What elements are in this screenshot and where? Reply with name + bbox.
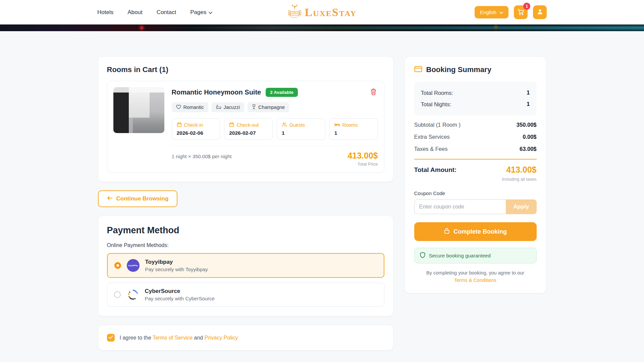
total-amount-value: 413.00$ (506, 165, 536, 175)
tag-champagne: Champagne (248, 102, 289, 112)
privacy-policy-link[interactable]: Privacy Policy (205, 335, 238, 341)
agree-checkbox[interactable] (107, 334, 115, 342)
radio-unselected[interactable] (114, 291, 121, 298)
main-content: Rooms in Cart (1) Romantic Honeymoon Sui… (98, 31, 546, 362)
bed-icon (334, 122, 340, 128)
room-photo (113, 87, 164, 133)
price-row: 1 night × 350.00$ per night 413.00$ Tota… (172, 146, 378, 167)
totals-box: Total Rooms: 1 Total Nights: 1 (414, 81, 537, 116)
cybersource-logo (126, 288, 139, 301)
nav-item-hotels[interactable]: Hotels (97, 9, 113, 16)
online-methods-label: Online Payment Methods: (107, 242, 384, 248)
arrow-left-icon (107, 195, 113, 202)
cart-icon (517, 8, 524, 16)
taxes-fees-row: Taxes & Fees 63.00$ (414, 146, 537, 152)
top-navbar: Hotels About Contact Pages LuxeStay (0, 0, 644, 24)
payment-option-cybersource[interactable]: CyberSource Pay securely with CyberSourc… (107, 283, 384, 307)
guests-icon (282, 122, 287, 128)
subtotal-row: Subtotal (1 Room ) 350.00$ (414, 122, 537, 128)
language-selector[interactable]: English (475, 6, 508, 18)
summary-divider (414, 159, 537, 160)
secure-booking-badge: Secure booking guaranteed (414, 248, 537, 263)
rooms-in-cart-title: Rooms in Cart (1) (107, 65, 384, 74)
account-button[interactable] (533, 5, 547, 19)
shield-icon (420, 252, 425, 259)
room-name: Romantic Honeymoon Suite (172, 88, 261, 96)
total-rooms-row: Total Rooms: 1 (421, 87, 530, 99)
agreement-text: I agree to the Terms of Service and Priv… (120, 335, 238, 341)
terms-agreement-card: I agree to the Terms of Service and Priv… (98, 325, 393, 351)
extra-services-row: Extra Services 0.00$ (414, 134, 537, 140)
booking-fields: Check-in 2026-02-06 Check-out 20 (172, 118, 378, 140)
terms-conditions-link[interactable]: Terms & Conditions (454, 278, 496, 283)
summary-column: Booking Summary Total Rooms: 1 Total Nig… (405, 56, 546, 293)
payment-description: Pay securely with Toyyibpay (145, 266, 208, 272)
payment-option-toyyibpay[interactable]: toyyibPay Toyyibpay Pay securely with To… (107, 253, 384, 278)
main-nav: Hotels About Contact Pages (97, 9, 212, 16)
payment-name: Toyyibpay (145, 259, 208, 265)
booking-summary-card: Booking Summary Total Rooms: 1 Total Nig… (405, 56, 546, 293)
room-total-price: 413.00$ (347, 151, 378, 161)
credit-card-icon (414, 66, 422, 74)
checkin-field[interactable]: Check-in 2026-02-06 (172, 118, 220, 140)
bathtub-icon (216, 105, 221, 110)
room-tags: Romantic Jacuzzi Champagne (172, 102, 378, 112)
calendar-icon (229, 122, 234, 128)
availability-badge: 2 Available (266, 88, 298, 97)
checkout-column: Rooms in Cart (1) Romantic Honeymoon Sui… (98, 56, 393, 351)
complete-booking-button[interactable]: Complete Booking (414, 222, 537, 241)
nav-item-about[interactable]: About (127, 9, 142, 16)
payment-method-card: Payment Method Online Payment Methods: t… (98, 216, 393, 316)
summary-rows: Subtotal (1 Room ) 350.00$ Extra Service… (414, 122, 537, 152)
rooms-in-cart-card: Rooms in Cart (1) Romantic Honeymoon Sui… (98, 56, 393, 182)
coupon-input[interactable] (414, 199, 506, 214)
checkout-field[interactable]: Check-out 2026-02-07 (224, 118, 273, 140)
payment-description: Pay securely with CyberSource (145, 296, 215, 301)
cart-button[interactable]: 1 (514, 5, 528, 19)
apply-coupon-button[interactable]: Apply (506, 199, 536, 214)
calendar-icon (177, 122, 182, 128)
guests-field[interactable]: Guests 1 (277, 118, 325, 140)
including-taxes-note: Including all taxes (414, 177, 537, 182)
user-icon (537, 8, 543, 16)
summary-terms-text: By completing your booking, you agree to… (414, 269, 537, 284)
continue-browsing-button[interactable]: Continue Browsing (98, 190, 178, 207)
cart-count-badge: 1 (523, 3, 530, 10)
check-icon (109, 335, 113, 340)
remove-room-button[interactable] (369, 87, 378, 98)
brand-name: LuxeStay (305, 6, 357, 19)
payment-name: CyberSource (145, 288, 215, 295)
total-amount-row: Total Amount: 413.00$ (414, 165, 537, 175)
nav-item-pages[interactable]: Pages (190, 9, 212, 16)
booking-summary-title: Booking Summary (426, 65, 491, 74)
chevron-down-icon (499, 9, 503, 15)
tag-jacuzzi: Jacuzzi (212, 102, 244, 112)
total-price-label: Total Price (347, 162, 378, 167)
hero-image-strip (0, 24, 644, 31)
trash-icon (370, 91, 377, 96)
heart-icon (176, 105, 181, 110)
terms-of-service-link[interactable]: Terms of Service (153, 335, 193, 341)
price-breakdown: 1 night × 350.00$ per night (172, 151, 232, 159)
nav-actions: English 1 (475, 5, 547, 19)
total-nights-row: Total Nights: 1 (421, 99, 530, 110)
tag-romantic: Romantic (172, 102, 208, 112)
cart-room-item: Romantic Honeymoon Suite 2 Available (107, 81, 384, 173)
brand-logo[interactable]: LuxeStay (287, 4, 357, 20)
chevron-down-icon (209, 9, 212, 16)
lock-icon (444, 228, 450, 236)
nav-item-contact[interactable]: Contact (157, 9, 176, 16)
radio-selected[interactable] (114, 262, 121, 269)
sofa-logo-icon (287, 4, 302, 20)
coupon-code-label: Coupon Code (414, 190, 537, 196)
champagne-glass-icon (252, 104, 256, 110)
rooms-field[interactable]: Rooms 1 (329, 118, 378, 140)
payment-method-title: Payment Method (107, 225, 384, 236)
toyyibpay-logo: toyyibPay (127, 259, 140, 272)
